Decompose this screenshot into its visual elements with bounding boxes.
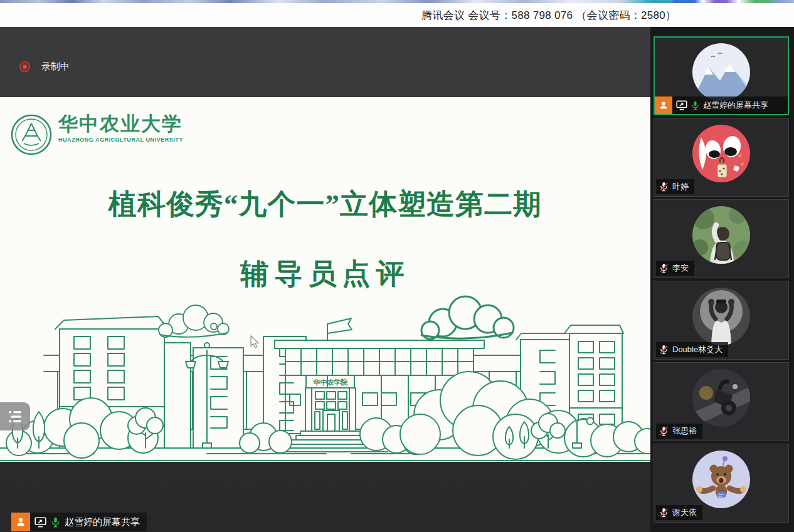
campus-line-art: 华中农学院 [0,280,650,462]
presentation-slide: 华中农业大学 HUAZHONG AGRICULTURAL UNIVERSITY … [0,97,650,462]
participant-list-button[interactable] [0,402,30,430]
screen-share-icon [676,100,687,110]
person-icon [659,100,669,110]
avatar [692,125,750,182]
recording-label: 录制中 [41,61,70,73]
host-badge [655,96,672,114]
building-plaque-text: 华中农学院 [313,378,348,386]
participant-name: 赵雪婷的屏幕共享 [703,100,768,111]
tile-label: 李安 [656,261,694,276]
participant-name: Double林爻大 [672,344,723,355]
sharer-name: 赵雪婷的屏幕共享 [65,516,140,528]
university-emblem-icon [10,113,53,156]
avatar [692,206,750,264]
person-icon [15,516,26,528]
participant-tile-sharer[interactable]: 赵雪婷的屏幕共享 [654,36,789,115]
meeting-info-text: 腾讯会议 会议号：588 798 076 （会议密码：2580） [421,8,676,23]
university-logo: 华中农业大学 HUAZHONG AGRICULTURAL UNIVERSITY [10,113,183,156]
record-icon [19,61,31,73]
tile-label: 张思裕 [656,424,702,439]
flag [327,318,352,333]
meeting-top-bar: 腾讯会议 会议号：588 798 076 （会议密码：2580） [0,0,794,27]
bw-photo-avatar-image [692,288,750,345]
logo-cn-text: 华中农业大学 [58,113,183,135]
avatar [692,288,750,345]
mic-muted-icon [659,508,669,518]
cloud-right [421,296,514,339]
participant-tile[interactable]: 叶婷 [654,118,789,197]
tile-label: 赵雪婷的屏幕共享 [655,96,788,114]
recording-indicator[interactable]: 录制中 [19,61,70,73]
avatar [692,43,750,101]
cloud-left [159,305,229,337]
screen-share-stage: 录制中 华中农业大学 HUAZHONG AGRICULTURAL UNIVERS… [0,27,650,532]
tile-label: 谢天依 [656,505,702,520]
bear-avatar-image [692,451,750,508]
avatar [692,451,750,508]
host-badge [11,513,30,531]
desktop-edge-strip [0,0,794,3]
mountain-avatar-image [692,43,750,101]
list-icon [7,410,23,424]
dark-photo-avatar-image [692,369,750,427]
slide-title: 植科俊秀“九个一”立体塑造第二期 [0,185,650,223]
cartoon-avatar-image [692,125,750,182]
screen-share-icon [34,517,46,528]
participant-name: 张思裕 [672,425,697,437]
participant-tile[interactable]: 张思裕 [654,362,789,441]
photo-avatar-image [692,206,750,264]
tile-label: Double林爻大 [656,342,728,357]
participant-name: 李安 [672,263,689,274]
participant-tile[interactable]: 谢天依 [654,444,789,523]
mic-muted-icon [659,263,669,273]
participant-name: 叶婷 [672,181,689,192]
participant-name: 谢天依 [672,507,697,518]
participants-sidebar: 赵雪婷的屏幕共享 [650,27,794,532]
tencent-meeting-window: 腾讯会议 会议号：588 798 076 （会议密码：2580） 录制中 [0,0,794,532]
mic-on-icon [691,101,699,110]
logo-en-text: HUAZHONG AGRICULTURAL UNIVERSITY [58,137,183,143]
mic-muted-icon [659,426,669,436]
mic-on-icon[interactable] [51,517,60,528]
mic-muted-icon [659,345,669,355]
tile-label: 叶婷 [656,179,694,194]
avatar [692,369,750,427]
sharer-status-pill[interactable]: 赵雪婷的屏幕共享 [11,513,147,531]
participant-tile[interactable]: 李安 [654,199,789,278]
mic-muted-icon [659,182,669,192]
mouse-cursor [250,335,260,349]
participant-tile[interactable]: Double林爻大 [654,281,789,360]
